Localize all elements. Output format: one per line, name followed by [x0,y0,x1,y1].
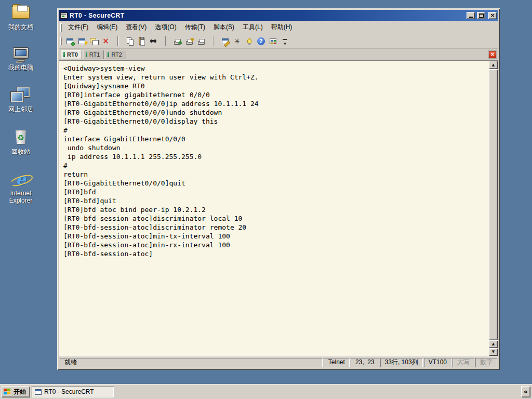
menubar-grip[interactable] [60,23,62,32]
tab-rt1[interactable]: RT1 [83,50,104,59]
desktop-icon-internet-explorer[interactable]: e Internet Explorer [2,169,39,204]
send-file-icon[interactable] [171,35,183,47]
connect-icon[interactable] [64,35,76,47]
taskbar-chevron-icon[interactable]: « [521,386,530,397]
terminal-line: [Quidway]sysname RT0 [63,82,487,90]
copy-icon[interactable] [124,35,136,47]
terminal-line: [RT0]bfd [63,188,487,196]
toolbar-separator [112,35,124,47]
status-protocol: Telnet [324,358,350,367]
quick-connect-icon[interactable] [76,35,88,47]
desktop-icon-my-computer[interactable]: 我的电脑 [2,44,39,71]
session-status-icon [63,52,65,57]
connect-in-tab-icon[interactable] [88,35,100,47]
terminal-line: <Quidway>system-view [63,64,487,73]
keyword-highlight-icon[interactable]: ✳ [231,35,243,47]
toolbar-separator [207,35,219,47]
scroll-up-icon[interactable]: ▲ [489,61,498,69]
terminal-line: # [63,161,487,170]
terminal-line: Enter system view, return user view with… [63,73,487,82]
toolbar-overflow-icon[interactable]: ▾ [279,35,291,47]
desktop-icon-recycle-bin[interactable]: ♻ 回收站 [2,128,39,155]
tab-close-icon[interactable]: × [489,51,496,58]
start-label: 开始 [14,388,26,396]
menu-item-file[interactable]: 文件(F) [64,21,92,33]
terminal-line: [RT0-bfd-session-atoc]discriminator remo… [63,223,487,232]
taskbar-task-securecrt[interactable]: RT0 - SecureCRT [32,386,114,397]
close-button[interactable]: × [488,12,497,19]
terminal-line: [RT0-GigabitEthernet0/0/0]display this [63,117,487,126]
securecrt-window: RT0 - SecureCRT × 文件(F)编辑(E)查看(V)选项(O)传输… [57,8,500,370]
terminal-line: ip address 10.1.1.1 255.255.255.0 [63,152,487,161]
toolbar: × [59,34,498,48]
receive-file-icon[interactable] [183,35,195,47]
tab-label: RT0 [67,51,78,58]
desktop-icon-label: 回收站 [11,148,30,155]
tab-label: RT1 [89,51,100,58]
terminal-line: [RT0-GigabitEthernet0/0/0]ip address 10.… [63,99,487,108]
paste-icon[interactable] [136,35,148,47]
window-title: RT0 - SecureCRT [70,12,464,19]
session-options-icon[interactable] [219,35,231,47]
terminal-line: [RT0-GigabitEthernet0/0/0]quit [63,179,487,188]
print-icon[interactable] [195,35,207,47]
help-icon[interactable]: ? [255,35,267,47]
menu-item-script[interactable]: 脚本(S) [209,21,238,33]
disconnect-icon[interactable]: × [100,35,112,47]
securecrt-task-icon [35,389,42,395]
toolbar-separator [159,35,171,47]
scroll-up-icon[interactable]: ▲ [489,340,498,348]
terminal-line: [RT0]bfd atoc bind peer-ip 10.2.1.2 [63,205,487,214]
app-grid-icon[interactable] [267,35,279,47]
network-places-icon [11,85,31,104]
status-emulation: VT100 [424,358,451,367]
terminal-line: [RT0-bfd-session-atoc]min-tx-interval 10… [63,232,487,241]
terminal-area: <Quidway>system-viewEnter system view, r… [59,60,498,356]
session-status-icon [108,52,109,57]
terminal-line: # [63,126,487,135]
session-status-icon [86,52,87,57]
menu-item-help[interactable]: 帮助(H) [267,21,297,33]
desktop: 我的文档 我的电脑 网上邻居 ♻ 回收站 e Internet Explorer… [0,0,532,399]
desktop-icon-network-places[interactable]: 网上邻居 [2,85,39,113]
windows-logo-icon [4,388,11,395]
title-bar[interactable]: RT0 - SecureCRT × [59,10,498,21]
terminal-line: interface GigabitEthernet0/0/0 [63,135,487,143]
terminal-line: undo shutdown [63,143,487,152]
bulb-icon[interactable] [243,35,255,47]
minimize-button[interactable] [467,12,475,19]
status-ready: 就绪 [60,358,323,367]
menu-item-edit[interactable]: 编辑(E) [92,21,122,33]
app-icon [60,12,68,19]
desktop-icon-my-documents[interactable]: 我的文档 [2,3,39,31]
status-num-lock: 数字 [475,358,497,367]
start-button[interactable]: 开始 [2,386,30,397]
menu-item-transfer[interactable]: 传输(T) [181,21,209,33]
scroll-down-icon[interactable]: ▼ [489,348,498,356]
desktop-icon-label: 我的电脑 [8,64,33,71]
my-documents-icon [12,3,30,22]
desktop-icon-label: Internet Explorer [2,190,39,204]
menu-bar: 文件(F)编辑(E)查看(V)选项(O)传输(T)脚本(S)工具(L)帮助(H) [59,21,498,34]
desktop-icon-label: 我的文档 [8,23,33,31]
tab-label: RT2 [111,51,122,58]
menu-item-options[interactable]: 选项(O) [151,21,180,33]
status-bar: 就绪 Telnet 23, 23 33行, 103列 VT100 大写 数字 [59,356,498,368]
menu-item-view[interactable]: 查看(V) [122,21,151,33]
status-caps-lock: 大写 [453,358,474,367]
terminal-output[interactable]: <Quidway>system-viewEnter system view, r… [59,61,489,356]
tab-bar: RT0 RT1 RT2 × [59,48,498,60]
toolbar-grip[interactable] [60,37,62,45]
tab-rt2[interactable]: RT2 [105,50,126,59]
maximize-button[interactable] [477,12,485,19]
tab-rt0[interactable]: RT0 [61,50,82,59]
terminal-line: [RT0-bfd-session-atoc]discriminator loca… [63,214,487,223]
status-terminal-size: 33行, 103列 [380,358,423,367]
taskbar: 开始 RT0 - SecureCRT « [0,384,532,399]
desktop-icon-label: 网上邻居 [8,105,33,113]
find-icon[interactable] [148,35,159,47]
terminal-line: [RT0]interface gigabitethernet 0/0/0 [63,90,487,99]
vertical-scrollbar[interactable]: ▲ ▲ ▼ [489,61,498,356]
menu-item-tools[interactable]: 工具(L) [238,21,267,33]
scrollbar-thumb[interactable] [489,69,498,340]
